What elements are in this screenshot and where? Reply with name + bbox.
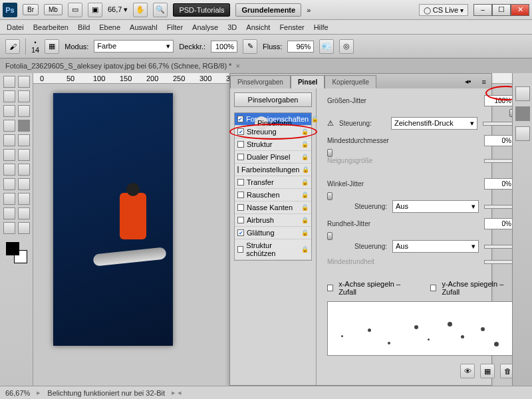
checkbox-icon[interactable]	[237, 229, 244, 236]
presets-btn[interactable]: Pinselvorgaben	[234, 92, 312, 107]
marquee-tool[interactable]	[18, 76, 30, 88]
menu-item[interactable]: Bild	[78, 23, 90, 31]
checkbox-icon[interactable]	[237, 141, 244, 148]
brush-tool-icon[interactable]: 🖌	[5, 39, 20, 54]
wand-tool[interactable]	[18, 90, 30, 102]
checkbox-icon[interactable]	[237, 179, 244, 186]
list-rauschen[interactable]: Rauschen🔒	[235, 189, 311, 201]
new-preset-icon[interactable]: ▦	[480, 364, 495, 378]
checkbox-icon[interactable]	[237, 217, 244, 223]
panel-menu-icon[interactable]: ≡	[477, 75, 491, 88]
canvas[interactable]	[53, 93, 173, 346]
tab-clone[interactable]: Kopierquelle	[325, 75, 376, 88]
brush-panel-icon[interactable]	[515, 106, 530, 121]
checkbox-icon[interactable]	[237, 192, 244, 198]
size-ctrl-dropdown[interactable]: Zeichenstift-Druck▾	[391, 117, 477, 130]
menu-item[interactable]: Ansicht	[246, 23, 270, 31]
gradient-tool[interactable]	[18, 149, 30, 161]
flow-input[interactable]: 96%	[287, 41, 314, 53]
lock-icon[interactable]: 🔒	[301, 217, 309, 223]
tab-presets[interactable]: Pinselvorgaben	[230, 75, 291, 88]
ps-logo[interactable]: Ps	[3, 3, 17, 17]
brush-preview-icon[interactable]: • 14	[31, 39, 39, 54]
panel-dropdown-icon[interactable]: ◂▪	[460, 74, 477, 88]
menu-item[interactable]: Datei	[7, 23, 24, 31]
hand-icon[interactable]: ✋	[133, 3, 148, 17]
angle-jitter-value[interactable]: 0%	[484, 178, 512, 190]
menu-item[interactable]: Filter	[167, 23, 183, 31]
swatches-panel-icon[interactable]	[515, 86, 530, 101]
checkbox-icon[interactable]	[237, 246, 243, 253]
move-tool[interactable]	[3, 76, 15, 88]
list-glaettung[interactable]: Glättung🔒	[235, 227, 311, 239]
lock-icon[interactable]: 🔒	[301, 204, 309, 211]
chevron-more-icon[interactable]: »	[307, 6, 311, 14]
workspace-pill[interactable]: PSD-Tutorials	[173, 3, 230, 17]
mb-btn[interactable]: Mb	[44, 4, 63, 15]
checkbox-icon[interactable]	[237, 204, 244, 211]
list-struktur[interactable]: Struktur🔒	[235, 138, 311, 151]
list-dualer-pinsel[interactable]: Dualer Pinsel🔒	[235, 151, 311, 164]
round-ctrl-dropdown[interactable]: Aus▾	[392, 240, 479, 253]
screen-mode-icon[interactable]: ▣	[88, 3, 102, 17]
tab-brush[interactable]: Pinsel	[291, 75, 325, 88]
lock-icon[interactable]: 🔒	[301, 128, 309, 135]
stamp-tool[interactable]	[3, 134, 15, 146]
canvas-area[interactable]: 050100150200250300350 Pinselvorgaben Pin…	[33, 73, 512, 386]
checkbox-icon[interactable]	[237, 154, 244, 160]
list-nasse-kanten[interactable]: Nasse Kanten🔒	[235, 201, 311, 214]
list-transfer[interactable]: Transfer🔒	[235, 176, 311, 189]
toggle-preview-icon[interactable]: 👁	[460, 364, 475, 378]
lock-icon[interactable]: 🔒	[301, 141, 309, 148]
arrange-icon[interactable]: ▭	[68, 3, 82, 17]
zoom-tool[interactable]	[18, 222, 30, 234]
checkbox-icon[interactable]	[237, 128, 244, 135]
eyedropper-tool[interactable]	[18, 105, 30, 117]
lock-icon[interactable]: 🔒	[301, 246, 309, 253]
layers-panel-icon[interactable]	[515, 126, 530, 141]
crop-tool[interactable]	[3, 105, 15, 117]
brush-tool[interactable]	[18, 120, 30, 132]
list-airbrush[interactable]: Airbrush🔒	[235, 214, 311, 227]
flipx-checkbox[interactable]	[327, 285, 333, 291]
menu-item[interactable]: Bearbeiten	[33, 23, 68, 31]
lock-icon[interactable]: 🔒	[301, 154, 309, 160]
min-diam-value[interactable]: 0%	[484, 135, 512, 146]
list-struktur-schuetzen[interactable]: Struktur schützen🔒	[235, 239, 311, 260]
menu-item[interactable]: Analyse	[192, 23, 218, 31]
color-swatches[interactable]	[6, 242, 27, 263]
lasso-tool[interactable]	[3, 90, 15, 102]
type-tool[interactable]	[18, 178, 30, 190]
pen-tool[interactable]	[3, 178, 15, 190]
brush-panel-toggle-icon[interactable]: ▦	[45, 39, 59, 54]
list-farbeinstellungen[interactable]: Farbeinstellungen🔒	[235, 164, 311, 176]
airbrush-icon[interactable]: 💨	[319, 39, 334, 54]
menu-item[interactable]: Fenster	[279, 23, 304, 31]
lock-icon[interactable]: 🔒	[301, 229, 309, 236]
workspace-name[interactable]: Grundelemente	[235, 3, 301, 17]
lock-icon[interactable]: 🔒	[301, 179, 309, 186]
shape-tool[interactable]	[18, 193, 30, 205]
cslive-btn[interactable]: ◯ CS Live ▾	[419, 4, 468, 16]
mode-dropdown[interactable]: Farbe ▾	[94, 40, 174, 53]
list-pinselform[interactable]: Pinselform	[255, 116, 268, 130]
fg-color[interactable]	[6, 242, 19, 255]
menu-item[interactable]: 3D	[227, 23, 237, 31]
checkbox-icon[interactable]	[237, 166, 239, 173]
opacity-pressure-icon[interactable]: ✎	[243, 39, 257, 54]
3d-tool[interactable]	[3, 207, 15, 219]
checkbox-icon[interactable]	[237, 116, 243, 122]
path-tool[interactable]	[3, 193, 15, 205]
list-streuung[interactable]: Streuung🔒	[235, 126, 311, 138]
3d-cam-tool[interactable]	[18, 207, 30, 219]
maximize-btn[interactable]: ☐	[492, 4, 511, 16]
hand-tool[interactable]	[3, 222, 15, 234]
bridge-btn[interactable]: Br	[23, 4, 39, 15]
doc-tab[interactable]: Fotolia_23629605_S_aleksey ipatov.jpg be…	[0, 59, 532, 73]
eraser-tool[interactable]	[3, 149, 15, 161]
close-tab-icon[interactable]: ×	[235, 62, 239, 70]
menu-item[interactable]: Hilfe	[314, 23, 329, 31]
menu-item[interactable]: Auswahl	[130, 23, 158, 31]
size-jitter-value[interactable]: 100%	[484, 95, 512, 106]
flipy-checkbox[interactable]	[430, 285, 436, 291]
